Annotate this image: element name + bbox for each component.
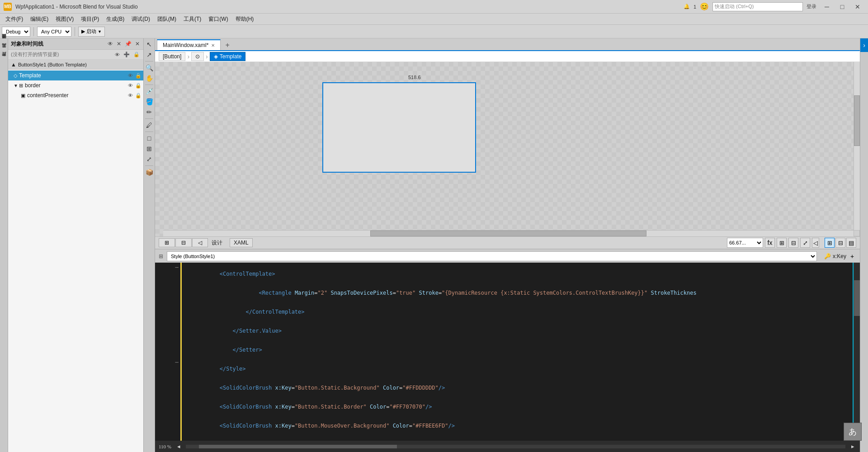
style-dropdown[interactable]: Style (ButtonStyle1) xyxy=(167,251,817,261)
template-lock-btn[interactable]: 🔒 xyxy=(135,72,142,79)
panel-add-button[interactable]: ✕ xyxy=(116,41,122,47)
tree-item-border[interactable]: ▼ ⊞ border 👁 🔒 xyxy=(8,80,143,90)
breadcrumb-button[interactable]: [Button] xyxy=(159,52,185,61)
eyedropper-tool[interactable]: 💉 xyxy=(144,86,154,96)
xaml-tab-button[interactable]: XAML xyxy=(230,238,253,247)
add-property-button[interactable]: + xyxy=(848,252,856,260)
template-eye-btn[interactable]: 👁 xyxy=(127,72,133,79)
border-lock-btn[interactable]: 🔒 xyxy=(135,82,142,89)
menu-view[interactable]: 视图(V) xyxy=(52,14,77,24)
border-eye-btn[interactable]: 👁 xyxy=(127,82,133,89)
xaml-scrollbar-thumb[interactable] xyxy=(854,280,860,316)
split-view-button[interactable]: ⊟ xyxy=(175,238,192,247)
expand-button[interactable]: ◁ xyxy=(192,238,208,247)
panel-close-button[interactable]: ✕ xyxy=(134,41,141,47)
main-layout: 资源管理器 工具箱 资产库 对象和时间线 👁 ✕ 📌 ✕ (没有打开的情节提要)… xyxy=(0,38,868,452)
vertical-scrollbar-thumb[interactable] xyxy=(854,95,860,146)
layout-btn-2[interactable]: ⊟ xyxy=(835,238,845,248)
menu-debug[interactable]: 调试(D) xyxy=(128,14,154,24)
search-placeholder: 快速启动 (Ctrl+Q) xyxy=(715,3,754,10)
storyboard-hint-text: (没有打开的情节提要) xyxy=(11,51,59,58)
transform-tool[interactable]: ⤢ xyxy=(144,154,154,164)
tab-close-icon[interactable]: ✕ xyxy=(211,43,215,48)
run-button[interactable]: ▶ 启动 ▼ xyxy=(78,27,105,37)
zoom-dropdown[interactable]: 66.67... 100% 75% 50% xyxy=(727,238,763,248)
scope-bar: ▲ ButtonStyle1 (Button Template) xyxy=(8,60,143,70)
pan-tool[interactable]: ✋ xyxy=(144,73,154,83)
zoom-tool[interactable]: 🔍 xyxy=(144,63,154,73)
brush-tool[interactable]: ✏ xyxy=(144,107,154,117)
line-fold-9 xyxy=(173,416,180,435)
menu-edit[interactable]: 编辑(E) xyxy=(27,14,52,24)
platform-dropdown[interactable]: Any CPU xyxy=(37,27,71,37)
menu-build[interactable]: 生成(B) xyxy=(103,14,128,24)
storyboard-eye-btn[interactable]: 👁 xyxy=(114,52,121,57)
menu-team[interactable]: 团队(M) xyxy=(154,14,180,24)
quick-launch-search[interactable]: 快速启动 (Ctrl+Q) xyxy=(712,2,803,11)
yellow-margin xyxy=(180,263,182,441)
xaml-line-9: <SolidColorBrush x:Key="Button.MouseOver… xyxy=(155,416,860,435)
design-element-box[interactable] xyxy=(322,82,476,173)
breadcrumb-template[interactable]: ◈ Template xyxy=(210,52,246,61)
vertical-scrollbar[interactable] xyxy=(854,62,860,230)
xaml-scroll-right[interactable]: ▸ xyxy=(849,443,856,450)
paint-bucket-tool[interactable]: 🪣 xyxy=(144,97,154,107)
rulers-button[interactable]: ⤢ xyxy=(800,238,810,248)
close-button[interactable]: ✕ xyxy=(851,2,864,11)
pen-tool[interactable]: 🖊 xyxy=(144,120,154,130)
key-field: 🔑 x:Key + xyxy=(824,252,856,260)
login-button[interactable]: 登录 xyxy=(807,3,816,10)
config-dropdown[interactable]: Debug xyxy=(2,27,30,37)
snap-button[interactable]: ⊟ xyxy=(788,238,798,248)
formula-button[interactable]: fx xyxy=(765,238,775,248)
menu-help[interactable]: 帮助(H) xyxy=(232,14,258,24)
border-expand-icon[interactable]: ▼ xyxy=(14,83,19,88)
storyboard-lock-btn[interactable]: 🔒 xyxy=(132,52,141,57)
menu-tools[interactable]: 工具(T) xyxy=(180,14,205,24)
select-tool[interactable]: ↖ xyxy=(144,39,154,49)
content-presenter-lock-btn[interactable]: 🔒 xyxy=(135,92,142,99)
xaml-scrollbar-v[interactable] xyxy=(854,263,860,441)
xaml-scroll-left[interactable]: ◂ xyxy=(175,443,182,450)
line-fold-6[interactable]: ─ xyxy=(173,359,180,378)
shape-tool[interactable]: □ xyxy=(144,133,154,143)
horizontal-scrollbar[interactable] xyxy=(163,230,854,236)
panel-eye-button[interactable]: 👁 xyxy=(107,41,114,47)
tab-mainwindow[interactable]: MainWindow.xaml* ✕ xyxy=(157,39,221,50)
design-view-button[interactable]: ⊞ xyxy=(159,238,175,247)
direct-select-tool[interactable]: ↗ xyxy=(144,50,154,60)
tree-item-content-presenter[interactable]: ▣ contentPresenter 👁 🔒 xyxy=(8,90,143,100)
layout-btn-1[interactable]: ⊞ xyxy=(825,238,835,248)
layout-btn-3[interactable]: ▤ xyxy=(846,238,856,248)
horizontal-scrollbar-thumb[interactable] xyxy=(370,231,646,236)
panel-pin-button[interactable]: 📌 xyxy=(124,41,132,47)
breadcrumb-circle[interactable]: ⊙ xyxy=(191,52,204,61)
content-presenter-actions: 👁 🔒 xyxy=(127,92,142,99)
text-tool[interactable]: 📦 xyxy=(144,167,154,177)
sidebar-tab-resources[interactable]: 资源管理器 xyxy=(0,38,8,46)
xaml-scrollbar-h[interactable] xyxy=(186,445,845,448)
xaml-scrollbar-h-thumb[interactable] xyxy=(199,445,397,448)
minimize-button[interactable]: ─ xyxy=(820,2,834,11)
right-arrow-icon[interactable]: › xyxy=(863,42,865,49)
sidebar-tab-toolbox[interactable]: 工具箱 xyxy=(0,47,8,55)
collapse-button[interactable]: ◁ xyxy=(812,238,819,248)
grid-tool[interactable]: ⊞ xyxy=(144,144,154,154)
xaml-editor[interactable]: ─ <ControlTemplate> <Rectangle Margin="2… xyxy=(155,263,860,441)
tab-add-button[interactable]: + xyxy=(222,40,232,50)
panel-title: 对象和时间线 xyxy=(11,40,43,48)
restore-button[interactable]: □ xyxy=(835,2,849,11)
xaml-line-1: ─ <ControlTemplate> xyxy=(155,264,860,283)
content-presenter-eye-btn[interactable]: 👁 xyxy=(127,92,133,99)
line-fold-1[interactable]: ─ xyxy=(173,264,180,283)
tree-item-template[interactable]: ◇ Template 👁 🔒 xyxy=(8,71,143,80)
zoom-controls: 66.67... 100% 75% 50% xyxy=(727,238,763,248)
menu-project[interactable]: 项目(P) xyxy=(77,14,103,24)
storyboard-add-btn[interactable]: ➕ xyxy=(123,52,131,57)
grid-button[interactable]: ⊞ xyxy=(777,238,787,248)
line-content-9: <SolidColorBrush x:Key="Button.MouseOver… xyxy=(180,416,860,435)
menu-window[interactable]: 窗口(W) xyxy=(205,14,231,24)
title-bar: MB WpfApplication1 - Microsoft Blend for… xyxy=(0,0,868,14)
sidebar-tab-assets[interactable]: 资产库 xyxy=(0,56,8,64)
menu-file[interactable]: 文件(F) xyxy=(2,14,27,24)
